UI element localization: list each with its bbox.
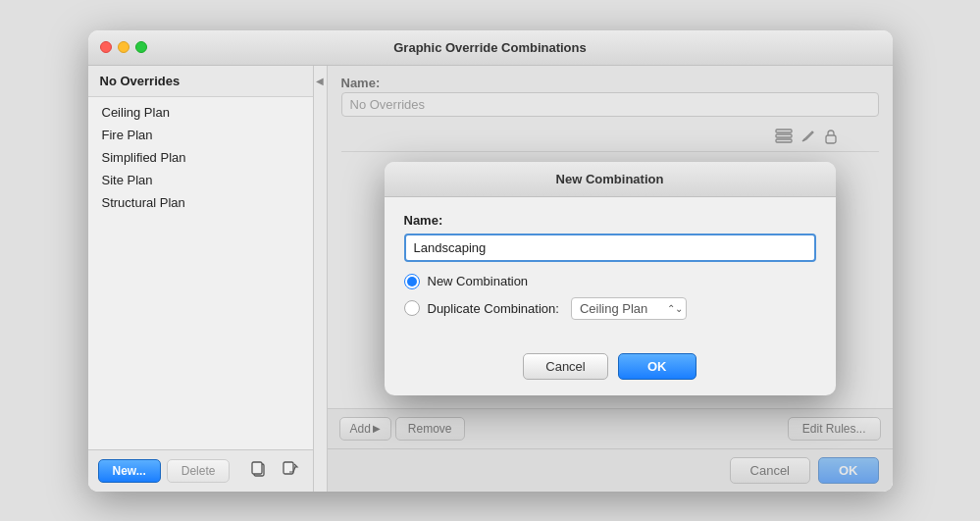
svg-rect-1 <box>252 462 262 474</box>
duplicate-select[interactable]: Ceiling Plan Fire Plan Simplified Plan S… <box>571 297 687 320</box>
modal-cancel-button[interactable]: Cancel <box>523 353 607 380</box>
duplicate-combination-option[interactable]: Duplicate Combination: Ceiling Plan Fire… <box>404 297 816 320</box>
modal-backdrop: New Combination Name: New Combination <box>328 66 893 492</box>
radio-fill <box>407 277 417 287</box>
list-item[interactable]: Structural Plan <box>88 191 313 214</box>
list-item[interactable]: Site Plan <box>88 169 313 191</box>
close-button[interactable] <box>100 41 112 53</box>
list-item[interactable]: Simplified Plan <box>88 146 313 169</box>
title-bar: Graphic Override Combinations <box>88 30 893 66</box>
content-area: No Overrides Ceiling Plan Fire Plan Simp… <box>88 66 893 492</box>
new-combination-modal: New Combination Name: New Combination <box>385 162 836 395</box>
main-window: Graphic Override Combinations No Overrid… <box>88 30 893 492</box>
new-button[interactable]: New... <box>98 459 161 483</box>
modal-title: New Combination <box>556 172 664 186</box>
window-title: Graphic Override Combinations <box>393 40 587 55</box>
left-panel-list: Ceiling Plan Fire Plan Simplified Plan S… <box>88 97 313 449</box>
duplicate-combination-radio[interactable] <box>404 300 420 316</box>
modal-footer: Cancel OK <box>385 353 836 395</box>
modal-ok-button[interactable]: OK <box>618 353 696 380</box>
delete-button[interactable]: Delete <box>167 459 231 483</box>
export-icon-button[interactable] <box>278 458 303 484</box>
modal-title-bar: New Combination <box>385 162 836 197</box>
left-panel-toolbar: New... Delete <box>88 449 313 492</box>
duplicate-select-wrap: Ceiling Plan Fire Plan Simplified Plan S… <box>567 297 687 320</box>
copy-icon-button[interactable] <box>246 458 272 484</box>
modal-name-input[interactable] <box>404 234 816 262</box>
list-item[interactable]: Fire Plan <box>88 124 313 146</box>
panel-collapse-arrow[interactable]: ◀ <box>314 66 328 492</box>
modal-name-label: Name: <box>404 213 816 228</box>
maximize-button[interactable] <box>135 41 147 53</box>
modal-options: New Combination Duplicate Combination: C… <box>404 274 816 320</box>
traffic-lights <box>100 41 147 53</box>
list-item[interactable]: Ceiling Plan <box>88 101 313 124</box>
new-combination-radio[interactable] <box>404 274 420 289</box>
left-panel: No Overrides Ceiling Plan Fire Plan Simp… <box>88 66 314 492</box>
right-panel: Name: <box>328 66 893 492</box>
minimize-button[interactable] <box>118 41 129 53</box>
new-combination-option[interactable]: New Combination <box>404 274 816 289</box>
left-panel-header: No Overrides <box>88 66 313 97</box>
modal-body: Name: New Combination Dupli <box>385 197 836 353</box>
duplicate-combination-label: Duplicate Combination: <box>428 301 559 316</box>
new-combination-label: New Combination <box>428 274 529 288</box>
